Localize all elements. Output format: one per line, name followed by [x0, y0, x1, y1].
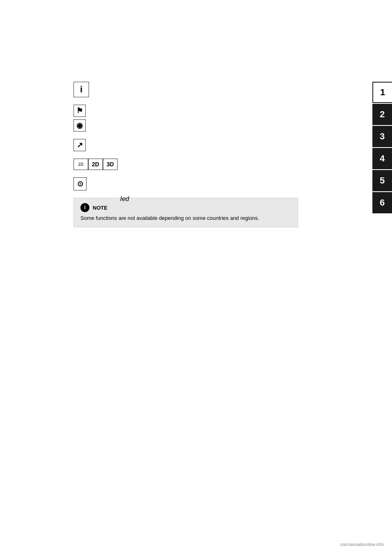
- chapter-tab-4-label: 4: [380, 153, 385, 164]
- info-icon-section: i: [74, 82, 359, 97]
- camera-icon: ⊙: [77, 179, 83, 188]
- chapter-tab-1-label: 1: [380, 87, 385, 98]
- camera-icon-box: ⊙: [74, 177, 87, 190]
- map-btn-2d-small[interactable]: 2D: [74, 159, 88, 170]
- info-icon: i: [80, 84, 82, 95]
- route-icon-box: ↗: [74, 139, 86, 151]
- chapter-tab-4[interactable]: 4: [372, 148, 392, 169]
- ied-detected-text: Ied: [120, 195, 129, 203]
- map-btn-2d[interactable]: 2D: [88, 159, 103, 170]
- main-content: i ⚑ ◉ ↗ 2D: [74, 82, 359, 227]
- chapter-tab-2[interactable]: 2: [372, 104, 392, 125]
- note-icon-circle: i: [80, 203, 89, 212]
- map-view-section: 2D 2D 3D: [74, 159, 359, 170]
- note-icon-symbol: i: [84, 205, 85, 210]
- location-icon: ◉: [76, 121, 83, 130]
- watermark: carmanualsonline.info: [340, 542, 384, 547]
- flag-location-group: ⚑ ◉: [74, 105, 359, 132]
- chapter-tabs: 1 2 3 4 5 6: [372, 82, 392, 213]
- map-view-row: 2D 2D 3D: [74, 159, 359, 170]
- chapter-tab-2-label: 2: [380, 109, 385, 120]
- chapter-tab-1[interactable]: 1: [372, 82, 392, 103]
- chapter-tab-3-label: 3: [380, 131, 385, 142]
- page: 1 2 3 4 5 6 i ⚑: [0, 0, 392, 555]
- note-text: Some functions are not available dependi…: [80, 215, 291, 222]
- route-icon: ↗: [77, 141, 83, 150]
- map-btn-2d-small-label: 2D: [78, 162, 84, 167]
- chapter-tab-5-label: 5: [380, 175, 385, 186]
- flag-location-section: ⚑ ◉: [74, 105, 359, 132]
- note-label: NOTE: [93, 205, 107, 211]
- map-btn-2d-label: 2D: [92, 161, 99, 168]
- camera-icon-section: ⊙: [74, 177, 359, 190]
- info-icon-box: i: [74, 82, 89, 97]
- map-btn-3d[interactable]: 3D: [103, 159, 118, 170]
- flag-icon-box: ⚑: [74, 105, 86, 117]
- chapter-tab-6[interactable]: 6: [372, 192, 392, 213]
- chapter-tab-3[interactable]: 3: [372, 126, 392, 147]
- chapter-tab-5[interactable]: 5: [372, 170, 392, 191]
- note-header: i NOTE: [80, 203, 291, 212]
- watermark-text: carmanualsonline.info: [340, 542, 384, 547]
- location-icon-box: ◉: [74, 119, 86, 132]
- route-icon-section: ↗: [74, 139, 359, 151]
- flag-icon: ⚑: [76, 106, 83, 115]
- map-btn-3d-label: 3D: [107, 161, 114, 168]
- chapter-tab-6-label: 6: [380, 197, 385, 208]
- note-box: i NOTE Some functions are not available …: [74, 198, 298, 227]
